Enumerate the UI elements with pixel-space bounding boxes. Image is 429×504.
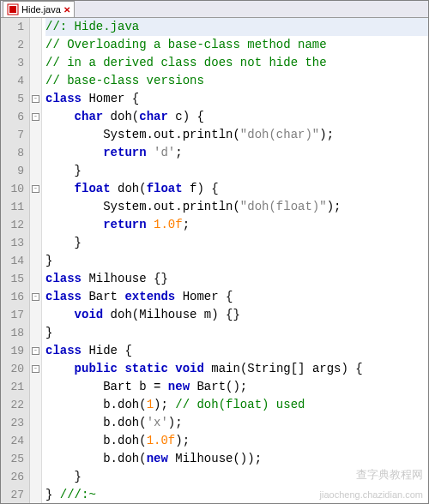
fold-toggle-icon[interactable]: - [32,95,39,103]
line-number: 12 [1,216,24,234]
fold-cell [30,144,41,162]
code-line[interactable]: b.doh(new Milhouse()); [45,450,428,468]
fold-cell [30,54,41,72]
fold-cell [30,198,41,216]
line-number: 8 [1,144,24,162]
code-line[interactable]: class Hide { [45,342,428,360]
code-line[interactable]: void doh(Milhouse m) {} [45,306,428,324]
fold-cell[interactable]: - [30,108,41,126]
fold-toggle-icon[interactable]: - [32,293,39,301]
code-line[interactable]: // in a derived class does not hide the [45,54,428,72]
code-line[interactable]: class Homer { [45,90,428,108]
fold-toggle-icon[interactable]: - [32,347,39,355]
line-number: 21 [1,378,24,396]
code-line[interactable]: char doh(char c) { [45,108,428,126]
code-area[interactable]: //: Hide.java// Overloading a base-class… [42,18,428,503]
code-line[interactable]: } [45,468,428,486]
code-line[interactable]: b.doh(1); // doh(float) used [45,396,428,414]
line-number: 15 [1,270,24,288]
code-line[interactable]: class Bart extends Homer { [45,288,428,306]
line-number: 18 [1,324,24,342]
fold-cell [30,414,41,432]
line-number: 11 [1,198,24,216]
fold-toggle-icon[interactable]: - [32,185,39,193]
svg-rect-1 [9,6,16,13]
code-line[interactable]: } [45,324,428,342]
fold-cell[interactable]: - [30,90,41,108]
code-line[interactable]: public static void main(String[] args) { [45,360,428,378]
code-line[interactable]: Bart b = new Bart(); [45,378,428,396]
tab-bar: Hide.java ✕ [1,1,428,18]
fold-toggle-icon[interactable]: - [32,113,39,121]
line-number: 13 [1,234,24,252]
line-number: 23 [1,414,24,432]
line-number: 10 [1,180,24,198]
fold-cell [30,468,41,486]
fold-cell [30,396,41,414]
fold-cell [30,378,41,396]
code-line[interactable]: } [45,252,428,270]
tab-filename: Hide.java [21,4,61,15]
line-number: 1 [1,18,24,36]
code-line[interactable]: b.doh('x'); [45,414,428,432]
fold-cell [30,486,41,504]
code-line[interactable]: return 'd'; [45,144,428,162]
fold-cell [30,126,41,144]
fold-cell [30,18,41,36]
line-number: 24 [1,432,24,450]
code-editor[interactable]: 1234567891011121314151617181920212223242… [1,18,428,503]
code-line[interactable]: } [45,234,428,252]
line-number: 2 [1,36,24,54]
fold-cell [30,216,41,234]
line-number: 19 [1,342,24,360]
fold-cell [30,306,41,324]
code-line[interactable]: System.out.println("doh(float)"); [45,198,428,216]
line-number: 5 [1,90,24,108]
code-line[interactable]: } ///:~ [45,486,428,504]
fold-cell [30,36,41,54]
fold-cell[interactable]: - [30,342,41,360]
line-number: 26 [1,468,24,486]
fold-cell [30,72,41,90]
line-number: 17 [1,306,24,324]
code-line[interactable]: System.out.println("doh(char)"); [45,126,428,144]
code-line[interactable]: } [45,162,428,180]
line-number-gutter: 1234567891011121314151617181920212223242… [1,18,30,503]
line-number: 4 [1,72,24,90]
line-number: 6 [1,108,24,126]
fold-cell [30,450,41,468]
fold-cell[interactable]: - [30,288,41,306]
fold-cell [30,252,41,270]
fold-cell[interactable]: - [30,360,41,378]
fold-cell [30,432,41,450]
line-number: 25 [1,450,24,468]
fold-toggle-icon[interactable]: - [32,365,39,373]
file-tab[interactable]: Hide.java ✕ [3,1,75,17]
close-icon[interactable]: ✕ [63,5,70,15]
fold-column: ------ [30,18,42,503]
fold-cell[interactable]: - [30,180,41,198]
code-line[interactable]: class Milhouse {} [45,270,428,288]
code-line[interactable]: // Overloading a base-class method name [45,36,428,54]
fold-cell [30,324,41,342]
line-number: 9 [1,162,24,180]
line-number: 20 [1,360,24,378]
code-line[interactable]: return 1.0f; [45,216,428,234]
line-number: 16 [1,288,24,306]
code-line[interactable]: b.doh(1.0f); [45,432,428,450]
code-line[interactable]: //: Hide.java [45,18,428,36]
line-number: 22 [1,396,24,414]
fold-cell [30,162,41,180]
code-line[interactable]: // base-class versions [45,72,428,90]
fold-cell [30,270,41,288]
line-number: 3 [1,54,24,72]
java-file-icon [7,3,19,15]
line-number: 14 [1,252,24,270]
fold-cell [30,234,41,252]
code-line[interactable]: float doh(float f) { [45,180,428,198]
line-number: 7 [1,126,24,144]
line-number: 27 [1,486,24,504]
